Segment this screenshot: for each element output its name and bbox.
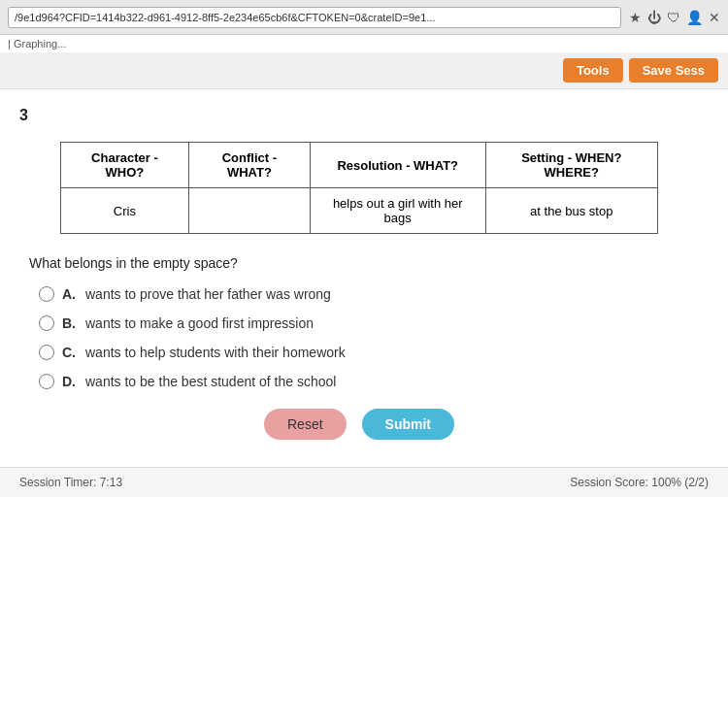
browser-bar: /9e1d964?CFID=1414b322-d961-4912-8ff5-2e… (0, 0, 728, 35)
col-header-conflict: Conflict - WHAT? (188, 143, 310, 188)
star-icon[interactable]: ★ (629, 10, 642, 25)
choice-a[interactable]: A. wants to prove that her father was wr… (19, 286, 699, 302)
choice-a-text: wants to prove that her father was wrong (85, 286, 331, 302)
choice-c[interactable]: C. wants to help students with their hom… (19, 345, 699, 360)
top-toolbar: Tools Save Sess (0, 52, 728, 89)
radio-b[interactable] (39, 315, 54, 331)
radio-d[interactable] (39, 374, 54, 389)
browser-icons: ★ ⏻ 🛡 👤 ✕ (629, 10, 720, 25)
choice-d-letter: D. (62, 374, 80, 389)
reset-button[interactable]: Reset (264, 409, 347, 440)
address-text: /9e1d964?CFID=1414b322-d961-4912-8ff5-2e… (15, 12, 435, 23)
cell-conflict (188, 188, 310, 234)
story-table: Character - WHO? Conflict - WHAT? Resolu… (60, 142, 658, 234)
col-header-setting: Setting - WHEN? WHERE? (485, 143, 657, 188)
choice-d[interactable]: D. wants to be the best student of the s… (19, 374, 699, 389)
submit-button[interactable]: Submit (362, 409, 454, 440)
footer: Session Timer: 7:13 Session Score: 100% … (0, 467, 728, 497)
button-row: Reset Submit (19, 409, 699, 440)
cell-resolution: helps out a girl with her bags (310, 188, 485, 234)
choice-b-text: wants to make a good first impression (85, 315, 314, 331)
cell-character: Cris (61, 188, 189, 234)
address-bar[interactable]: /9e1d964?CFID=1414b322-d961-4912-8ff5-2e… (8, 7, 621, 28)
choice-c-text: wants to help students with their homewo… (85, 345, 346, 360)
menu-icon[interactable]: ✕ (709, 10, 720, 25)
choice-c-letter: C. (62, 345, 80, 360)
question-number: 3 (19, 107, 699, 124)
shield-icon[interactable]: 🛡 (667, 10, 680, 25)
power-icon[interactable]: ⏻ (647, 10, 661, 25)
cell-setting: at the bus stop (485, 188, 657, 234)
radio-a[interactable] (39, 286, 54, 302)
session-timer: Session Timer: 7:13 (19, 476, 122, 489)
choice-d-text: wants to be the best student of the scho… (85, 374, 336, 389)
save-session-button[interactable]: Save Sess (629, 58, 718, 83)
tools-button[interactable]: Tools (563, 58, 623, 83)
col-header-resolution: Resolution - WHAT? (310, 143, 485, 188)
session-score: Session Score: 100% (2/2) (570, 476, 709, 489)
choice-b-letter: B. (62, 315, 80, 331)
question-prompt: What belongs in the empty space? (19, 255, 699, 271)
main-content: 3 Character - WHO? Conflict - WHAT? Reso… (0, 89, 728, 467)
graphing-label: | Graphing... (0, 35, 728, 52)
col-header-character: Character - WHO? (61, 143, 189, 188)
choice-b[interactable]: B. wants to make a good first impression (19, 315, 699, 331)
person-icon[interactable]: 👤 (686, 10, 703, 25)
page-content: | Graphing... Tools Save Sess 3 Characte… (0, 35, 728, 728)
radio-c[interactable] (39, 345, 54, 360)
table-row: Cris helps out a girl with her bags at t… (61, 188, 658, 234)
choice-a-letter: A. (62, 286, 80, 302)
